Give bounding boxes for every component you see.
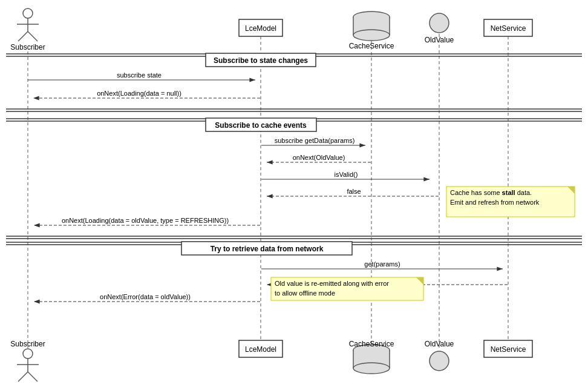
msg-onnext-oldvalue-label: onNext(OldValue) xyxy=(293,154,345,161)
netservice-label-bottom: NetService xyxy=(491,345,526,354)
note2-line1: Old value is re-emitted along with error xyxy=(275,280,389,287)
msg-subscribe-state-label: subscribe state xyxy=(117,71,162,79)
msg-onnext-refreshing-label: onNext(Loading(data = oldValue, type = R… xyxy=(62,217,229,224)
subscriber-head-bottom xyxy=(23,349,33,359)
subscriber-label-bottom: Subscriber xyxy=(10,340,45,348)
note1-line2: Emit and refresh from network xyxy=(450,199,540,206)
cacheservice-bottom-ellipse xyxy=(353,30,390,41)
sequence-diagram: Subscriber LceModel CacheService OldValu… xyxy=(0,0,588,390)
msg-get-params-label: get(params) xyxy=(364,260,400,268)
msg-onnext-error-label: onNext(Error(data = oldValue)) xyxy=(100,293,191,300)
subscriber-leg-left-top xyxy=(18,31,28,41)
oldvalue-circle-bottom xyxy=(430,351,449,371)
msg-subscribe-getdata-label: subscribe getData(params) xyxy=(275,137,355,144)
cacheservice-top-ellipse-b xyxy=(353,363,390,374)
lcemodel-label-top: LceModel xyxy=(245,24,276,33)
subscriber-leg-right-bottom xyxy=(28,372,38,382)
netservice-label-top: NetService xyxy=(491,24,526,33)
diagram-container: Subscriber LceModel CacheService OldValu… xyxy=(0,0,588,390)
msg-isvalid-label: isValid() xyxy=(335,171,358,178)
subscriber-label-top: Subscriber xyxy=(10,43,45,51)
section2-label: Subscribe to cache events xyxy=(215,121,307,130)
subscriber-leg-right-top xyxy=(28,31,38,41)
oldvalue-label-bottom: OldValue xyxy=(425,340,454,348)
oldvalue-circle-top xyxy=(430,13,449,33)
note1-line1: Cache has some stall data. xyxy=(450,189,532,196)
lcemodel-label-bottom: LceModel xyxy=(245,345,276,354)
cacheservice-label-bottom: CacheService xyxy=(349,340,394,348)
note2-line2: to allow offline mode xyxy=(275,289,335,297)
section1-label: Subscribe to state changes xyxy=(214,56,308,65)
subscriber-leg-left-bottom xyxy=(18,372,28,382)
msg-onnext-loading-label: onNext(Loading(data = null)) xyxy=(97,90,181,97)
subscriber-head-top xyxy=(23,8,33,18)
msg-false-label: false xyxy=(347,188,361,195)
section3-label: Try to retrieve data from network xyxy=(211,245,324,253)
